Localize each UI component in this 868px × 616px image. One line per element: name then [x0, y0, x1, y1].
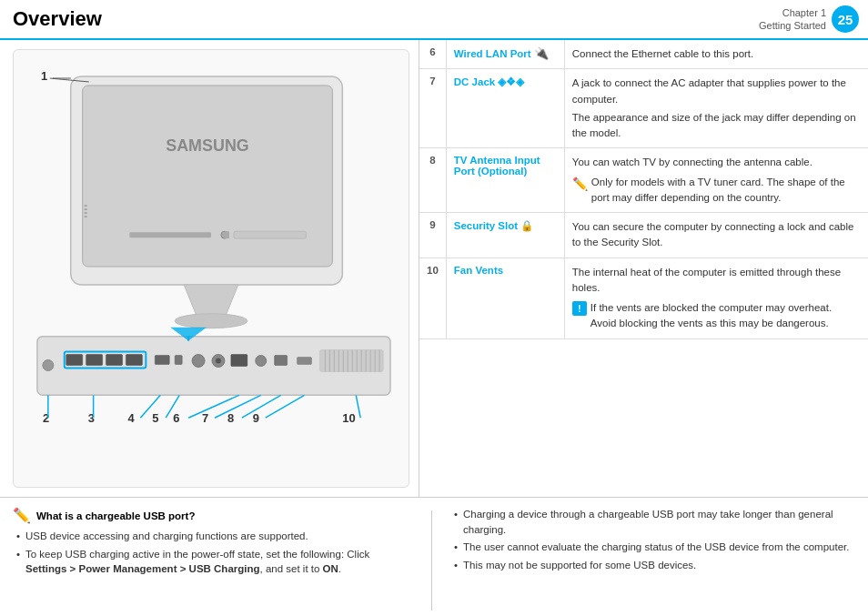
svg-rect-9 [234, 231, 307, 238]
spec-row-6: 6 Wired LAN Port 🔌 Connect the Ethernet … [419, 40, 868, 69]
svg-text:10: 10 [342, 411, 355, 425]
bottom-right: Charging a device through a chargeable U… [450, 507, 855, 576]
spec-note-8: ✏️ Only for models with a TV tuner card.… [572, 175, 861, 207]
svg-rect-29 [319, 350, 383, 372]
spec-num-9: 9 [419, 213, 446, 258]
spec-name-9: Security Slot 🔒 [446, 213, 564, 258]
spec-num-8: 8 [419, 148, 446, 213]
page-title: Overview [13, 7, 102, 31]
header-right: Chapter 1 Getting Started 25 [759, 5, 859, 33]
svg-rect-21 [175, 356, 182, 365]
svg-point-24 [216, 358, 221, 364]
vertical-divider [431, 510, 432, 611]
spec-name-10: Fan Vents [446, 258, 564, 338]
pencil-icon: ✏️ [13, 507, 31, 524]
svg-rect-1 [83, 86, 333, 267]
svg-rect-16 [86, 355, 103, 366]
bottom-section: ✏️ What is a chargeable USB port? USB de… [0, 498, 868, 616]
svg-text:4: 4 [127, 411, 135, 425]
list-item: The user cannot evaluate the charging st… [450, 540, 855, 555]
svg-text:SAMSUNG: SAMSUNG [166, 136, 249, 155]
svg-rect-15 [66, 355, 83, 366]
list-item: This may not be supported for some USB d… [450, 558, 855, 573]
svg-text:6: 6 [173, 411, 179, 425]
page-header: Overview Chapter 1 Getting Started 25 [0, 0, 868, 40]
svg-text:5: 5 [152, 411, 158, 425]
spec-row-7: 7 DC Jack ◈❖◈ A jack to connect the AC a… [419, 69, 868, 148]
svg-point-14 [43, 360, 54, 371]
list-item: Charging a device through a chargeable U… [450, 507, 855, 537]
bottom-left-list: USB device accessing and charging functi… [13, 529, 413, 577]
svg-rect-10 [225, 231, 229, 238]
svg-rect-25 [231, 355, 247, 367]
svg-rect-3 [85, 205, 87, 206]
spec-desc-7: A jack to connect the AC adapter that su… [564, 69, 868, 148]
svg-point-26 [256, 356, 267, 367]
computer-svg: SAMSUNG [21, 57, 401, 480]
bottom-right-list: Charging a device through a chargeable U… [450, 507, 855, 573]
svg-rect-5 [85, 212, 87, 213]
spec-name-8: TV Antenna Input Port (Optional) [446, 148, 564, 213]
svg-rect-7 [129, 232, 211, 237]
spec-row-9: 9 Security Slot 🔒 You can secure the com… [419, 213, 868, 258]
svg-rect-6 [85, 216, 87, 217]
spec-name-7: DC Jack ◈❖◈ [446, 69, 564, 148]
spec-table-panel: 6 Wired LAN Port 🔌 Connect the Ethernet … [419, 40, 868, 497]
warning-icon: ! [572, 301, 587, 316]
spec-num-6: 6 [419, 40, 446, 69]
chapter-text: Chapter 1 Getting Started [759, 6, 826, 33]
svg-rect-20 [155, 356, 169, 365]
svg-rect-17 [106, 355, 123, 366]
page-number-badge: 25 [832, 5, 859, 33]
svg-rect-4 [85, 208, 87, 209]
spec-num-7: 7 [419, 69, 446, 148]
spec-num-10: 10 [419, 258, 446, 338]
list-item: USB device accessing and charging functi… [13, 529, 413, 544]
spec-table: 6 Wired LAN Port 🔌 Connect the Ethernet … [419, 40, 868, 339]
svg-text:1: 1 [41, 69, 47, 83]
bottom-note-title: ✏️ What is a chargeable USB port? [13, 507, 413, 524]
svg-point-22 [192, 355, 205, 368]
note-pencil-icon: ✏️ [572, 175, 588, 194]
spec-row-8: 8 TV Antenna Input Port (Optional) You c… [419, 148, 868, 213]
diagram-container: SAMSUNG [13, 49, 409, 488]
list-item: To keep USB charging active in the power… [13, 547, 413, 577]
spec-desc-10: The internal heat of the computer is emi… [564, 258, 868, 338]
svg-rect-18 [126, 355, 142, 366]
svg-line-63 [356, 395, 360, 418]
svg-line-61 [266, 395, 305, 418]
spec-name-6: Wired LAN Port 🔌 [446, 40, 564, 69]
svg-marker-11 [184, 285, 238, 318]
spec-row-10: 10 Fan Vents The internal heat of the co… [419, 258, 868, 338]
svg-text:8: 8 [227, 411, 234, 425]
svg-point-12 [175, 314, 247, 328]
lan-icon: 🔌 [534, 46, 549, 60]
svg-rect-27 [275, 356, 288, 366]
svg-text:7: 7 [202, 411, 208, 425]
spec-desc-9: You can secure the computer by connectin… [564, 213, 868, 258]
spec-desc-6: Connect the Ethernet cable to this port. [564, 40, 868, 69]
svg-rect-28 [298, 358, 312, 365]
svg-text:9: 9 [253, 411, 259, 425]
spec-desc-8: You can watch TV by connecting the anten… [564, 148, 868, 213]
diagram-panel: SAMSUNG [0, 40, 419, 497]
bottom-left: ✏️ What is a chargeable USB port? USB de… [13, 507, 413, 580]
main-content: SAMSUNG [0, 40, 868, 498]
svg-line-59 [242, 395, 281, 418]
spec-warn-10: ! If the vents are blocked the computer … [572, 300, 861, 332]
